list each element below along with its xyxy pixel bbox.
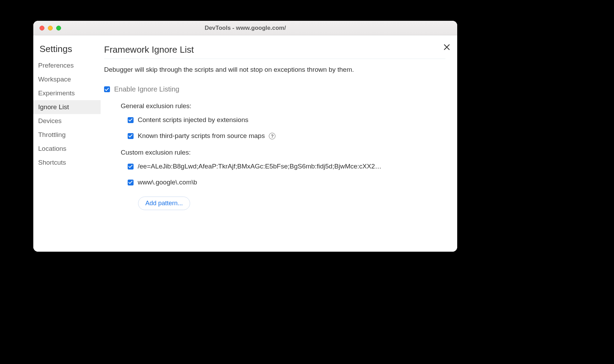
custom-rules-heading: Custom exclusion rules: [121, 149, 445, 156]
custom-rule-1-checkbox[interactable] [128, 180, 134, 185]
window-titlebar: DevTools - www.google.com/ [33, 21, 457, 35]
content-scripts-label: Content scripts injected by extensions [138, 116, 248, 124]
enable-ignore-listing-row: Enable Ignore Listing [104, 85, 445, 93]
help-icon[interactable]: ? [269, 133, 275, 139]
general-rule-row: Content scripts injected by extensions [128, 116, 445, 124]
sidebar-item-throttling[interactable]: Throttling [33, 128, 101, 142]
minimize-window-button[interactable] [48, 26, 53, 31]
devtools-window: DevTools - www.google.com/ Settings Pref… [33, 21, 457, 252]
third-party-scripts-checkbox[interactable] [128, 133, 134, 139]
custom-rule-row: /ee=ALeJib:B8gLwd;AfeaP:TkrAjf;BMxAGc:E5… [128, 163, 445, 170]
enable-ignore-listing-label: Enable Ignore Listing [114, 85, 179, 93]
close-window-button[interactable] [40, 26, 44, 31]
custom-rule-row: www\.google\.com\b [128, 179, 445, 186]
close-settings-button[interactable] [443, 43, 451, 51]
window-title: DevTools - www.google.com/ [33, 25, 457, 32]
sidebar-item-experiments[interactable]: Experiments [33, 86, 101, 100]
title-divider [104, 59, 445, 59]
general-rule-row: Known third-party scripts from source ma… [128, 132, 445, 140]
enable-ignore-listing-checkbox[interactable] [104, 86, 110, 92]
sidebar-item-devices[interactable]: Devices [33, 114, 101, 128]
settings-sidebar: Settings Preferences Workspace Experimen… [33, 35, 101, 252]
sidebar-item-shortcuts[interactable]: Shortcuts [33, 156, 101, 170]
page-description: Debugger will skip through the scripts a… [104, 66, 445, 73]
traffic-lights [33, 26, 61, 31]
sidebar-item-workspace[interactable]: Workspace [33, 72, 101, 86]
custom-rules-section: Custom exclusion rules: /ee=ALeJib:B8gLw… [121, 149, 445, 210]
third-party-scripts-label: Known third-party scripts from source ma… [138, 132, 265, 140]
page-title: Framework Ignore List [104, 44, 445, 59]
custom-rule-0-checkbox[interactable] [128, 164, 134, 170]
sidebar-item-locations[interactable]: Locations [33, 142, 101, 156]
zoom-window-button[interactable] [56, 26, 61, 31]
content-area: Settings Preferences Workspace Experimen… [33, 35, 457, 252]
custom-rule-1-label[interactable]: www\.google\.com\b [138, 179, 197, 186]
custom-rule-0-label[interactable]: /ee=ALeJib:B8gLwd;AfeaP:TkrAjf;BMxAGc:E5… [138, 163, 382, 170]
sidebar-item-preferences[interactable]: Preferences [33, 59, 101, 72]
sidebar-item-ignore-list[interactable]: Ignore List [33, 100, 101, 114]
general-rules-heading: General exclusion rules: [121, 102, 445, 110]
close-icon [443, 43, 451, 51]
main-panel: Framework Ignore List Debugger will skip… [101, 35, 457, 252]
sidebar-title: Settings [33, 44, 101, 59]
add-pattern-button[interactable]: Add pattern... [138, 197, 190, 210]
content-scripts-checkbox[interactable] [128, 117, 134, 123]
general-rules-section: General exclusion rules: Content scripts… [121, 102, 445, 140]
